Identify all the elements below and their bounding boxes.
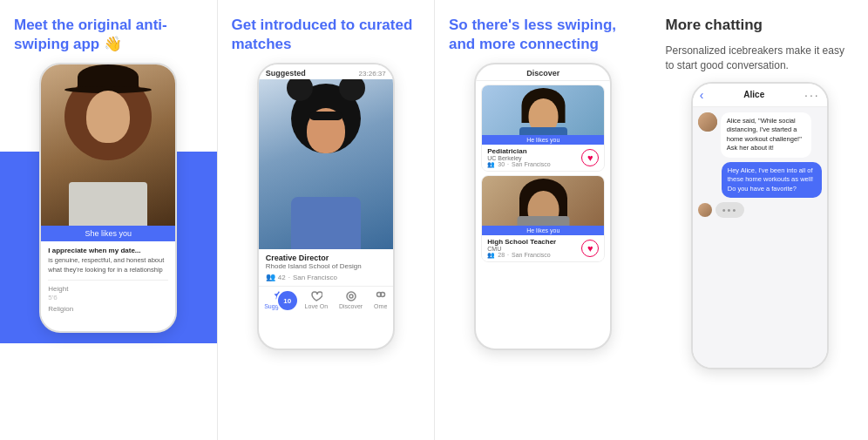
face-decoration [86, 91, 130, 143]
match1-age: 30 [498, 161, 505, 168]
match1-heart-button[interactable]: ♥ [581, 149, 599, 166]
message-bubble-received: Alice said, "While social distancing, I'… [721, 112, 811, 158]
panel-4-subtitle: Personalized icebreakers make it easy to… [666, 44, 855, 73]
match2-likes-bar: He likes you [482, 226, 604, 235]
location-separator: · [288, 274, 290, 281]
nav-loveon-label: Love On [305, 303, 328, 309]
height-label: Height [48, 285, 168, 293]
match1-info: Pediatrician UC Berkeley 👥 30 · San Fran… [482, 145, 604, 171]
match-card-1: He likes you Pediatrician UC Berkeley 👥 … [481, 85, 605, 172]
quote-title: I appreciate when my date... [48, 247, 168, 254]
phone1-info: I appreciate when my date... is genuine,… [41, 241, 175, 319]
match1-title: Pediatrician [487, 147, 551, 155]
phone-mockup-3: Discover He likes you Pediatrician [474, 63, 612, 350]
person2-age: 42 [278, 274, 286, 281]
she-likes-you-bar: She likes you [41, 226, 175, 241]
match1-school: UC Berkeley [487, 155, 551, 161]
phone1-photo [41, 64, 175, 226]
height-value: 5'6 [48, 294, 168, 301]
hat-decoration [78, 64, 139, 89]
heart-icon: ♥ [587, 152, 593, 163]
timer-display: 23:26:37 [359, 70, 386, 78]
person2-school: Rhode Island School of Design [266, 262, 386, 270]
panel-2: Get introduced to curated matches Sugges… [218, 0, 436, 440]
chat-name: Alice [743, 90, 764, 99]
suggested-label: Suggested [266, 69, 306, 78]
nav-ome-label: Ome [374, 303, 387, 309]
phone-mockup-1: She likes you I appreciate when my date.… [39, 63, 177, 333]
panel-4: More chatting Personalized icebreakers m… [652, 0, 869, 440]
nav-discover-label: Discover [339, 303, 363, 309]
match2-title: High School Teacher [487, 238, 556, 246]
jacket-deco [291, 197, 361, 249]
phone2-photo [259, 79, 393, 249]
svg-point-1 [349, 294, 353, 298]
person2-title: Creative Director [266, 254, 386, 262]
panel-3-title: So there's less swiping, and more connec… [449, 16, 638, 54]
message-bubble-sent: Hey Alice, I've been into all of these h… [722, 162, 822, 199]
shirt-decoration [69, 182, 147, 226]
phone2-topbar: Suggested 23:26:37 [259, 64, 393, 79]
phone-mockup-4: ‹ Alice ··· Alice said, "While social di… [691, 82, 829, 369]
religion-label: Religion [48, 305, 168, 313]
match-card-2: He likes you High School Teacher CMU 👥 2… [481, 175, 605, 262]
message-received-1: Alice said, "While social distancing, I'… [698, 112, 811, 158]
panel-1-title: Meet the original anti-swiping app 👋 [14, 16, 203, 54]
typing-dots: ••• [715, 202, 745, 218]
alice-avatar [698, 112, 717, 132]
match1-meta: 👥 30 · San Francisco [487, 161, 551, 168]
like-icon: 👥 [266, 273, 275, 281]
message-sent-1: Hey Alice, I've been into all of these h… [698, 162, 822, 199]
nav-loveon[interactable]: Love On [305, 290, 328, 309]
match1-location: San Francisco [512, 161, 551, 168]
heart-icon-2: ♥ [587, 243, 593, 254]
svg-point-0 [347, 292, 356, 301]
chat-messages: Alice said, "While social distancing, I'… [693, 107, 827, 368]
back-button[interactable]: ‹ [700, 88, 704, 102]
panel-3: So there's less swiping, and more connec… [435, 0, 652, 440]
chat-header: ‹ Alice ··· [693, 84, 827, 107]
match1-photo: He likes you [482, 85, 604, 145]
person2-body [282, 84, 370, 249]
match1-likes-bar: He likes you [482, 135, 604, 145]
quote-text: is genuine, respectful, and honest about… [48, 256, 168, 274]
match1-like-icon: 👥 [487, 161, 495, 168]
person2-meta: 👥 42 · San Francisco [266, 273, 386, 281]
match2-info: High School Teacher CMU 👥 28 · San Franc… [482, 235, 604, 261]
nav-discover[interactable]: Discover [339, 290, 363, 309]
panel-2-title: Get introduced to curated matches [232, 16, 421, 54]
match2-like-icon: 👥 [487, 252, 495, 259]
phone2-info: Creative Director Rhode Island School of… [259, 249, 393, 286]
match2-school: CMU [487, 246, 556, 252]
nav-ome[interactable]: Ome [374, 290, 387, 309]
phone-mockup-2: Suggested 23:26:37 Creative Director Rho… [257, 63, 395, 350]
suggested-badge: 10 [276, 289, 299, 312]
panel-4-title: More chatting [666, 16, 855, 35]
typing-indicator-row: ••• [698, 202, 822, 218]
match2-meta: 👥 28 · San Francisco [487, 252, 556, 259]
panel-1: Meet the original anti-swiping app 👋 She… [0, 0, 218, 440]
match2-location: San Francisco [512, 252, 551, 259]
more-options[interactable]: ··· [804, 88, 820, 102]
match2-photo: He likes you [482, 176, 604, 235]
alice-avatar-small [698, 203, 712, 217]
match2-heart-button[interactable]: ♥ [581, 240, 599, 257]
match2-age: 28 [498, 252, 505, 259]
person2-location: San Francisco [293, 274, 337, 281]
sunglasses-deco [309, 112, 342, 120]
svg-point-3 [380, 293, 384, 297]
badge-count: 10 [283, 297, 291, 305]
discover-header: Discover [476, 64, 610, 81]
